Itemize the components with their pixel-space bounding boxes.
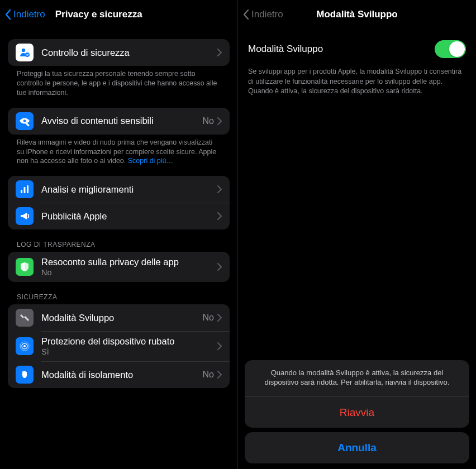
row-sub: No xyxy=(41,268,217,277)
megaphone-icon xyxy=(16,207,34,225)
eye-warning-icon xyxy=(16,112,34,130)
group-sensitive: Avviso di contenuti sensibili No xyxy=(8,108,230,135)
cancel-button[interactable]: Annulla xyxy=(245,432,469,463)
chevron-right-icon xyxy=(217,185,222,193)
back-button[interactable]: Indietro xyxy=(4,9,45,20)
row-lockdown-mode[interactable]: Modalità di isolamento No xyxy=(8,361,230,388)
nav-header: Indietro Privacy e sicurezza xyxy=(0,0,237,29)
row-developer-mode-toggle: Modalità Sviluppo xyxy=(238,29,476,65)
person-shield-icon xyxy=(16,44,34,61)
restart-button[interactable]: Riavvia xyxy=(245,396,469,428)
svg-rect-6 xyxy=(24,316,29,321)
section-header-security: SICUREZZA xyxy=(8,282,230,304)
chevron-left-icon xyxy=(242,9,249,20)
group-transparency: Resoconto sulla privacy delle app No xyxy=(8,252,230,282)
developer-mode-switch[interactable] xyxy=(435,40,466,58)
row-title: Modalità di isolamento xyxy=(41,369,203,381)
page-title: Privacy e sicurezza xyxy=(55,9,142,20)
group-security: Modalità Sviluppo No Protezione del disp… xyxy=(8,304,230,388)
svg-rect-4 xyxy=(24,187,26,193)
row-apple-advertising[interactable]: Pubblicità Apple xyxy=(8,203,230,229)
privacy-settings-screen: Indietro Privacy e sicurezza Controllo d… xyxy=(0,0,238,469)
chevron-right-icon xyxy=(217,342,222,350)
toggle-description: Se sviluppi app per i prodotti Apple, la… xyxy=(238,65,476,97)
row-value: No xyxy=(203,116,214,126)
developer-mode-screen: Indietro Modalità Sviluppo Modalità Svil… xyxy=(238,0,476,469)
hammer-icon xyxy=(16,309,34,327)
row-analytics[interactable]: Analisi e miglioramenti xyxy=(8,176,230,203)
row-title: Avviso di contenuti sensibili xyxy=(41,115,203,127)
action-sheet-box: Quando la modalità Sviluppo è attiva, la… xyxy=(245,360,469,428)
nav-header: Indietro Modalità Sviluppo xyxy=(238,0,476,29)
svg-rect-5 xyxy=(27,185,28,193)
shield-icon xyxy=(16,258,34,276)
row-app-privacy-report[interactable]: Resoconto sulla privacy delle app No xyxy=(8,252,230,282)
hand-icon xyxy=(16,366,34,384)
chevron-left-icon xyxy=(4,9,11,20)
section-header-transparency: LOG DI TRASPARENZA xyxy=(8,229,230,252)
chevron-right-icon xyxy=(217,371,222,379)
page-title: Modalità Sviluppo xyxy=(316,9,397,20)
back-label: Indietro xyxy=(251,9,283,20)
chevron-right-icon xyxy=(217,314,222,322)
svg-rect-3 xyxy=(21,190,22,193)
chevron-right-icon xyxy=(217,49,222,56)
row-developer-mode[interactable]: Modalità Sviluppo No xyxy=(8,304,230,331)
row-value: No xyxy=(203,313,214,323)
row-sub: Sì xyxy=(41,347,217,357)
bar-chart-icon xyxy=(16,180,34,198)
switch-knob xyxy=(449,41,465,57)
row-title: Controllo di sicurezza xyxy=(41,47,217,59)
back-label: Indietro xyxy=(13,9,45,20)
back-button[interactable]: Indietro xyxy=(242,9,283,20)
row-title: Modalità Sviluppo xyxy=(41,312,203,324)
learn-more-link[interactable]: Scopri di più… xyxy=(128,157,173,165)
radar-icon xyxy=(16,337,34,355)
group-footer: Rileva immagini e video di nudo prima ch… xyxy=(8,135,230,166)
settings-content: Controllo di sicurezza Proteggi la tua s… xyxy=(0,29,237,399)
svg-point-2 xyxy=(23,119,26,122)
svg-point-7 xyxy=(23,345,26,347)
row-safety-check[interactable]: Controllo di sicurezza xyxy=(8,39,230,66)
chevron-right-icon xyxy=(217,117,222,125)
row-value: No xyxy=(203,370,214,380)
group-footer: Proteggi la tua sicurezza personale tene… xyxy=(8,66,230,98)
chevron-right-icon xyxy=(217,263,222,271)
row-title: Protezione del dispositivo rubato xyxy=(41,336,217,347)
action-sheet-message: Quando la modalità Sviluppo è attiva, la… xyxy=(245,360,469,396)
row-title: Pubblicità Apple xyxy=(41,210,217,222)
row-title: Analisi e miglioramenti xyxy=(41,184,217,195)
svg-point-0 xyxy=(22,49,25,52)
toggle-label: Modalità Sviluppo xyxy=(248,44,435,55)
group-analytics-ads: Analisi e miglioramenti Pubblicità Apple xyxy=(8,176,230,229)
row-stolen-device-protection[interactable]: Protezione del dispositivo rubato Sì xyxy=(8,331,230,361)
row-sensitive-content-warning[interactable]: Avviso di contenuti sensibili No xyxy=(8,108,230,135)
row-title: Resoconto sulla privacy delle app xyxy=(41,256,217,268)
action-sheet: Quando la modalità Sviluppo è attiva, la… xyxy=(245,360,469,463)
chevron-right-icon xyxy=(217,212,222,220)
group-safety-check: Controllo di sicurezza xyxy=(8,39,230,66)
